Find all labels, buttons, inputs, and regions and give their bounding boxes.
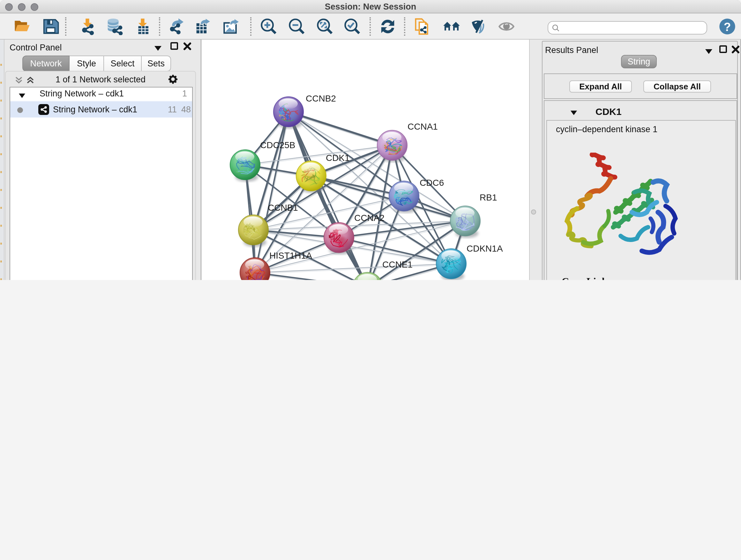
svg-text:RB1: RB1 [480,192,497,202]
svg-text:CDKN1A: CDKN1A [467,244,503,253]
svg-text:CDC6: CDC6 [420,178,444,188]
svg-text:CCNE1: CCNE1 [382,260,413,269]
svg-text:CCNA1: CCNA1 [408,122,438,132]
svg-text:HIST1H1A: HIST1H1A [269,251,312,260]
svg-text:CCNB2: CCNB2 [306,94,336,104]
svg-text:CCNB1: CCNB1 [268,203,298,212]
svg-text:CCNA2: CCNA2 [354,213,385,223]
svg-text:CDK1: CDK1 [326,153,350,163]
svg-text:?: ? [724,20,731,34]
svg-text:CDC25B: CDC25B [260,140,295,150]
